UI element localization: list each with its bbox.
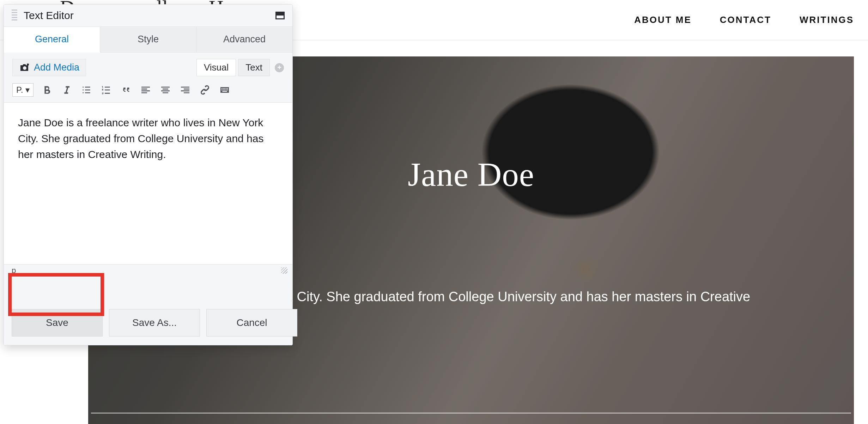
tab-advanced[interactable]: Advanced [196,27,292,52]
save-as-button[interactable]: Save As... [109,309,200,337]
keyboard-icon[interactable] [218,84,231,96]
italic-icon[interactable] [60,84,73,96]
media-row: Add Media Visual Text + [4,53,292,81]
paragraph-format-select[interactable]: P. ▾ [12,83,34,97]
align-right-icon[interactable] [179,84,192,96]
hero-divider [91,413,851,413]
bold-icon[interactable] [41,84,53,96]
element-path[interactable]: p [12,266,16,275]
cancel-button[interactable]: Cancel [206,309,297,337]
nav-writings[interactable]: WRITINGS [800,14,854,25]
nav-contact[interactable]: CONTACT [720,14,771,25]
save-button[interactable]: Save [12,309,103,337]
add-toolbar-icon[interactable]: + [275,63,284,72]
panel-tabs: General Style Advanced [4,26,292,53]
bullet-list-icon[interactable] [80,84,93,96]
rich-text-toolbar: P. ▾ [4,81,292,102]
resize-grip-icon[interactable] [281,267,287,274]
nav-about-me[interactable]: ABOUT ME [634,14,692,25]
panel-header: Text Editor [4,5,292,26]
nav-links: ABOUT ME CONTACT WRITINGS [634,14,854,25]
editor-status-bar: p [4,265,292,277]
svg-point-0 [27,63,29,66]
tab-style[interactable]: Style [100,27,196,52]
align-left-icon[interactable] [139,84,152,96]
numbered-list-icon[interactable] [100,84,113,96]
expand-window-icon[interactable] [275,12,285,19]
link-icon[interactable] [199,84,211,96]
paragraph-format-label: P. [16,85,23,95]
mode-tab-visual[interactable]: Visual [196,59,236,76]
drag-handle-icon[interactable] [12,10,17,22]
panel-title: Text Editor [24,10,275,22]
add-media-label: Add Media [34,62,79,73]
editor-mode-tabs: Visual Text + [196,59,284,76]
tab-general[interactable]: General [4,27,100,53]
mode-tab-text[interactable]: Text [238,59,270,76]
editor-content[interactable]: Jane Doe is a freelance writer who lives… [4,102,292,265]
chevron-down-icon: ▾ [25,85,30,95]
text-editor-panel: Text Editor General Style Advanced Add M… [4,4,293,345]
panel-footer: Save Save As... Cancel [4,277,292,345]
blockquote-icon[interactable] [120,84,132,96]
add-media-button[interactable]: Add Media [12,59,86,76]
align-center-icon[interactable] [159,84,172,96]
camera-music-icon [19,63,30,72]
